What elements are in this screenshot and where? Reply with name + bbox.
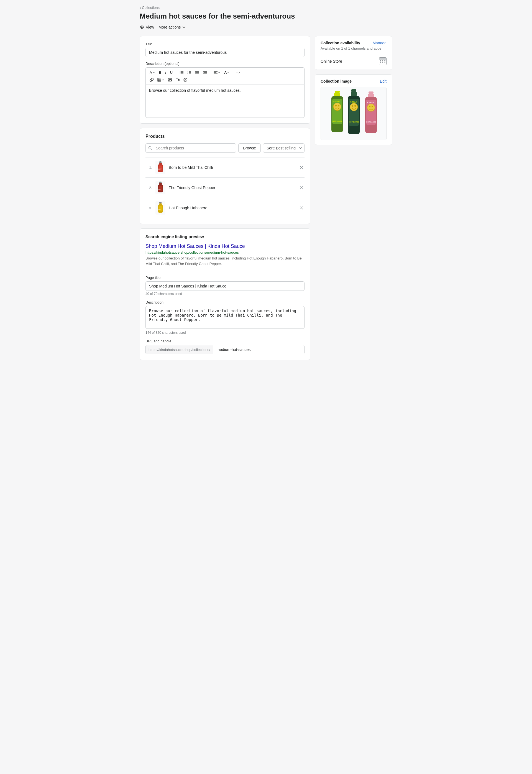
svg-rect-65 bbox=[351, 89, 356, 92]
remove-product-button[interactable] bbox=[298, 164, 305, 170]
page-title-label: Page title bbox=[145, 275, 305, 280]
title-input[interactable] bbox=[145, 48, 305, 57]
chevron-down-icon-color bbox=[227, 72, 229, 73]
product-image: HOT bbox=[155, 201, 165, 214]
cal-dot bbox=[384, 60, 385, 61]
svg-point-71 bbox=[354, 105, 356, 107]
cal-dot bbox=[380, 60, 381, 61]
url-prefix: https://kindahotsauce.shop/collections/ bbox=[146, 345, 213, 354]
svg-point-79 bbox=[369, 106, 370, 107]
remove-product-button[interactable] bbox=[298, 185, 305, 191]
remove-product-button[interactable] bbox=[298, 205, 305, 211]
calendar-top bbox=[379, 58, 386, 60]
image-button[interactable] bbox=[166, 77, 173, 83]
product-name: Hot Enough Habanero bbox=[169, 206, 295, 210]
svg-text:HOT: HOT bbox=[158, 209, 162, 210]
svg-text:HOT: HOT bbox=[158, 168, 162, 170]
bottle-svg-1: HOT bbox=[157, 161, 164, 173]
code-button[interactable]: <> bbox=[235, 69, 242, 76]
left-column: Title Description (optional) A B I U bbox=[140, 36, 310, 360]
svg-rect-36 bbox=[159, 163, 162, 164]
seo-card: Search engine listing preview Shop Mediu… bbox=[140, 228, 310, 360]
availability-subtitle: Available on 1 of 1 channels and apps bbox=[321, 46, 387, 50]
svg-rect-75 bbox=[368, 94, 374, 97]
collection-image-header: Collection image Edit bbox=[321, 79, 387, 83]
svg-line-34 bbox=[151, 149, 152, 150]
svg-rect-57 bbox=[334, 93, 340, 96]
indent-icon bbox=[203, 71, 207, 74]
url-handle-row: https://kindahotsauce.shop/collections/ … bbox=[145, 345, 305, 354]
font-icon: A bbox=[150, 70, 152, 75]
edit-image-link[interactable]: Edit bbox=[380, 79, 387, 83]
close-icon bbox=[300, 206, 303, 210]
calendar-body bbox=[379, 60, 386, 63]
breadcrumb[interactable]: ‹ Collections bbox=[140, 6, 392, 10]
product-number: 3. bbox=[145, 206, 152, 210]
svg-rect-43 bbox=[159, 183, 162, 185]
link-icon bbox=[150, 78, 154, 82]
font-color-button[interactable]: A bbox=[222, 69, 231, 76]
seo-description-char-count: 144 of 320 characters used bbox=[145, 331, 305, 334]
svg-rect-29 bbox=[176, 79, 178, 81]
manage-link[interactable]: Manage bbox=[372, 41, 387, 45]
table-button[interactable] bbox=[156, 77, 166, 83]
align-button[interactable] bbox=[212, 69, 222, 76]
toolbar-sep-1 bbox=[176, 70, 176, 75]
clear-formatting-button[interactable] bbox=[182, 77, 189, 83]
close-icon bbox=[300, 186, 303, 190]
search-icon bbox=[148, 146, 152, 150]
product-number: 1. bbox=[145, 165, 152, 170]
toolbar-sep-3 bbox=[233, 70, 233, 75]
svg-point-70 bbox=[352, 105, 353, 107]
browse-button[interactable]: Browse bbox=[238, 143, 261, 153]
svg-point-78 bbox=[367, 104, 375, 111]
availability-card: Collection availability Manage Available… bbox=[315, 36, 392, 70]
unordered-list-button[interactable] bbox=[178, 69, 185, 76]
seo-preview-desc: Browse our collection of flavorful mediu… bbox=[145, 255, 305, 266]
availability-header: Collection availability Manage bbox=[321, 41, 387, 45]
search-input[interactable] bbox=[145, 143, 236, 153]
title-description-card: Title Description (optional) A B I U bbox=[140, 36, 310, 124]
breadcrumb-link[interactable]: Collections bbox=[142, 6, 160, 10]
indent-button[interactable] bbox=[201, 69, 208, 76]
outdent-button[interactable] bbox=[193, 69, 201, 76]
svg-rect-66 bbox=[351, 92, 357, 96]
ordered-list-button[interactable]: 1.2.3. bbox=[186, 69, 193, 76]
link-button[interactable] bbox=[148, 77, 155, 83]
svg-point-80 bbox=[372, 106, 373, 107]
product-image: HOT bbox=[155, 161, 165, 174]
view-button[interactable]: View bbox=[140, 24, 154, 30]
product-list: 1. HOT Born to be Mild Thai Chilli bbox=[145, 157, 305, 218]
search-input-wrapper bbox=[145, 143, 236, 153]
bold-button[interactable]: B bbox=[157, 69, 163, 76]
more-actions-label: More actions bbox=[158, 25, 181, 29]
sort-select[interactable]: Sort: Best selling Title A-Z Title Z-A P… bbox=[263, 143, 305, 153]
collection-image-card: Collection image Edit bbox=[315, 74, 392, 145]
product-name: Born to be Mild Thai Chilli bbox=[169, 165, 295, 170]
svg-point-61 bbox=[335, 105, 337, 106]
image-icon bbox=[168, 78, 172, 82]
svg-text:KiNDA: KiNDA bbox=[350, 101, 357, 103]
description-label: Description (optional) bbox=[145, 62, 305, 66]
underline-button[interactable]: U bbox=[168, 69, 174, 76]
description-editor[interactable]: Browse our collection of flavorful mediu… bbox=[145, 85, 305, 118]
svg-text:HOT SAUCE: HOT SAUCE bbox=[333, 120, 342, 122]
title-label: Title bbox=[145, 42, 305, 46]
chevron-left-icon: ‹ bbox=[140, 6, 141, 10]
bottle-svg-3: HOT bbox=[157, 202, 164, 214]
font-size-button[interactable]: A bbox=[148, 69, 157, 76]
svg-point-62 bbox=[338, 105, 339, 106]
svg-point-28 bbox=[169, 79, 169, 80]
page-title: Medium hot sauces for the semi-adventuro… bbox=[140, 12, 392, 21]
product-name: The Friendly Ghost Pepper bbox=[169, 185, 295, 190]
seo-description-input[interactable]: Browse our collection of flavorful mediu… bbox=[145, 306, 305, 329]
calendar-icon[interactable] bbox=[379, 57, 387, 65]
products-section-title: Products bbox=[145, 134, 305, 139]
more-actions-button[interactable]: More actions bbox=[158, 24, 186, 30]
video-button[interactable] bbox=[174, 77, 181, 83]
ul-icon bbox=[180, 71, 183, 74]
page-title-input[interactable] bbox=[145, 281, 305, 291]
eye-icon bbox=[140, 25, 144, 29]
editor-toolbar: A B I U 1.2.3. bbox=[145, 67, 305, 85]
italic-button[interactable]: I bbox=[163, 69, 168, 76]
